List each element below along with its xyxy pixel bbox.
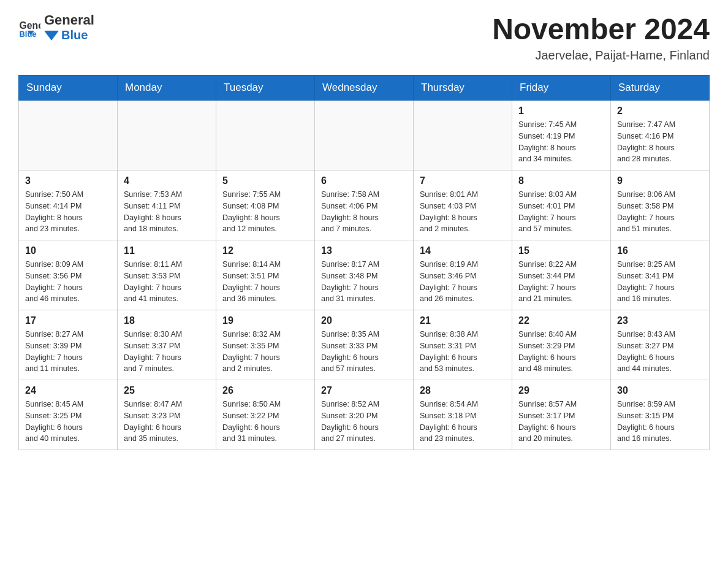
calendar-cell: 1Sunrise: 7:45 AM Sunset: 4:19 PM Daylig…: [512, 101, 611, 170]
calendar-table: SundayMondayTuesdayWednesdayThursdayFrid…: [18, 75, 710, 450]
day-number: 29: [518, 385, 604, 396]
calendar-cell: 10Sunrise: 8:09 AM Sunset: 3:56 PM Dayli…: [19, 240, 118, 310]
month-year-title: November 2024: [492, 12, 710, 46]
day-info: Sunrise: 8:27 AM Sunset: 3:39 PM Dayligh…: [25, 329, 111, 375]
day-info: Sunrise: 8:25 AM Sunset: 3:41 PM Dayligh…: [617, 259, 703, 305]
day-info: Sunrise: 8:32 AM Sunset: 3:35 PM Dayligh…: [222, 329, 308, 375]
calendar-cell: 13Sunrise: 8:17 AM Sunset: 3:48 PM Dayli…: [315, 240, 414, 310]
day-number: 19: [222, 315, 308, 326]
day-number: 10: [25, 245, 111, 256]
day-header-wednesday: Wednesday: [315, 75, 414, 101]
day-info: Sunrise: 7:55 AM Sunset: 4:08 PM Dayligh…: [222, 189, 308, 235]
calendar-cell: 25Sunrise: 8:47 AM Sunset: 3:23 PM Dayli…: [118, 380, 216, 450]
day-number: 9: [617, 175, 703, 186]
day-number: 5: [222, 175, 308, 186]
day-info: Sunrise: 8:54 AM Sunset: 3:18 PM Dayligh…: [420, 399, 506, 445]
day-info: Sunrise: 8:57 AM Sunset: 3:17 PM Dayligh…: [518, 399, 604, 445]
day-info: Sunrise: 8:06 AM Sunset: 3:58 PM Dayligh…: [617, 189, 703, 235]
calendar-cell: 12Sunrise: 8:14 AM Sunset: 3:51 PM Dayli…: [216, 240, 315, 310]
calendar-cell: 8Sunrise: 8:03 AM Sunset: 4:01 PM Daylig…: [512, 170, 611, 240]
day-number: 11: [124, 245, 210, 256]
day-number: 25: [124, 385, 210, 396]
day-number: 6: [321, 175, 407, 186]
day-number: 30: [617, 385, 703, 396]
title-area: November 2024 Jaervelae, Paijat-Hame, Fi…: [492, 12, 710, 63]
logo: General Blue General Blue: [18, 12, 94, 42]
day-info: Sunrise: 8:47 AM Sunset: 3:23 PM Dayligh…: [124, 399, 210, 445]
day-info: Sunrise: 8:35 AM Sunset: 3:33 PM Dayligh…: [321, 329, 407, 375]
day-number: 17: [25, 315, 111, 326]
week-row-2: 3Sunrise: 7:50 AM Sunset: 4:14 PM Daylig…: [19, 170, 710, 240]
calendar-cell: 27Sunrise: 8:52 AM Sunset: 3:20 PM Dayli…: [315, 380, 414, 450]
day-info: Sunrise: 7:47 AM Sunset: 4:16 PM Dayligh…: [617, 119, 703, 165]
calendar-cell: 15Sunrise: 8:22 AM Sunset: 3:44 PM Dayli…: [512, 240, 611, 310]
week-row-1: 1Sunrise: 7:45 AM Sunset: 4:19 PM Daylig…: [19, 101, 710, 170]
day-info: Sunrise: 8:43 AM Sunset: 3:27 PM Dayligh…: [617, 329, 703, 375]
calendar-cell: 6Sunrise: 7:58 AM Sunset: 4:06 PM Daylig…: [315, 170, 414, 240]
calendar-cell: 26Sunrise: 8:50 AM Sunset: 3:22 PM Dayli…: [216, 380, 315, 450]
day-info: Sunrise: 7:45 AM Sunset: 4:19 PM Dayligh…: [518, 119, 604, 165]
day-number: 28: [420, 385, 506, 396]
calendar-cell: 9Sunrise: 8:06 AM Sunset: 3:58 PM Daylig…: [611, 170, 710, 240]
calendar-cell: 16Sunrise: 8:25 AM Sunset: 3:41 PM Dayli…: [611, 240, 710, 310]
day-info: Sunrise: 8:38 AM Sunset: 3:31 PM Dayligh…: [420, 329, 506, 375]
calendar-cell: 5Sunrise: 7:55 AM Sunset: 4:08 PM Daylig…: [216, 170, 315, 240]
calendar-cell: [118, 101, 216, 170]
calendar-cell: [19, 101, 118, 170]
logo-triangle-icon: [44, 31, 59, 40]
day-number: 24: [25, 385, 111, 396]
calendar-cell: 28Sunrise: 8:54 AM Sunset: 3:18 PM Dayli…: [414, 380, 512, 450]
day-number: 7: [420, 175, 506, 186]
logo-icon: General Blue: [18, 17, 40, 39]
day-number: 15: [518, 245, 604, 256]
day-info: Sunrise: 7:53 AM Sunset: 4:11 PM Dayligh…: [124, 189, 210, 235]
calendar-cell: 7Sunrise: 8:01 AM Sunset: 4:03 PM Daylig…: [414, 170, 512, 240]
week-row-4: 17Sunrise: 8:27 AM Sunset: 3:39 PM Dayli…: [19, 310, 710, 380]
day-number: 2: [617, 105, 703, 117]
day-number: 14: [420, 245, 506, 256]
day-info: Sunrise: 8:17 AM Sunset: 3:48 PM Dayligh…: [321, 259, 407, 305]
calendar-cell: 3Sunrise: 7:50 AM Sunset: 4:14 PM Daylig…: [19, 170, 118, 240]
day-info: Sunrise: 8:45 AM Sunset: 3:25 PM Dayligh…: [25, 399, 111, 445]
location-subtitle: Jaervelae, Paijat-Hame, Finland: [492, 48, 710, 63]
day-number: 26: [222, 385, 308, 396]
day-info: Sunrise: 7:58 AM Sunset: 4:06 PM Dayligh…: [321, 189, 407, 235]
day-info: Sunrise: 8:11 AM Sunset: 3:53 PM Dayligh…: [124, 259, 210, 305]
day-info: Sunrise: 8:01 AM Sunset: 4:03 PM Dayligh…: [420, 189, 506, 235]
calendar-cell: 20Sunrise: 8:35 AM Sunset: 3:33 PM Dayli…: [315, 310, 414, 380]
day-number: 8: [518, 175, 604, 186]
day-number: 4: [124, 175, 210, 186]
calendar-cell: [216, 101, 315, 170]
calendar-cell: 23Sunrise: 8:43 AM Sunset: 3:27 PM Dayli…: [611, 310, 710, 380]
day-info: Sunrise: 8:59 AM Sunset: 3:15 PM Dayligh…: [617, 399, 703, 445]
day-info: Sunrise: 8:52 AM Sunset: 3:20 PM Dayligh…: [321, 399, 407, 445]
calendar-cell: 29Sunrise: 8:57 AM Sunset: 3:17 PM Dayli…: [512, 380, 611, 450]
day-header-saturday: Saturday: [611, 75, 710, 101]
day-number: 12: [222, 245, 308, 256]
svg-marker-3: [44, 31, 59, 40]
day-info: Sunrise: 8:22 AM Sunset: 3:44 PM Dayligh…: [518, 259, 604, 305]
day-number: 3: [25, 175, 111, 186]
calendar-cell: 4Sunrise: 7:53 AM Sunset: 4:11 PM Daylig…: [118, 170, 216, 240]
calendar-cell: 11Sunrise: 8:11 AM Sunset: 3:53 PM Dayli…: [118, 240, 216, 310]
day-header-thursday: Thursday: [414, 75, 512, 101]
calendar-cell: 2Sunrise: 7:47 AM Sunset: 4:16 PM Daylig…: [611, 101, 710, 170]
logo-blue: Blue: [61, 28, 88, 42]
day-number: 20: [321, 315, 407, 326]
day-number: 13: [321, 245, 407, 256]
calendar-cell: 30Sunrise: 8:59 AM Sunset: 3:15 PM Dayli…: [611, 380, 710, 450]
day-header-sunday: Sunday: [19, 75, 118, 101]
day-number: 23: [617, 315, 703, 326]
calendar-cell: [315, 101, 414, 170]
day-info: Sunrise: 7:50 AM Sunset: 4:14 PM Dayligh…: [25, 189, 111, 235]
week-row-5: 24Sunrise: 8:45 AM Sunset: 3:25 PM Dayli…: [19, 380, 710, 450]
svg-text:Blue: Blue: [19, 29, 36, 39]
day-info: Sunrise: 8:03 AM Sunset: 4:01 PM Dayligh…: [518, 189, 604, 235]
calendar-cell: [414, 101, 512, 170]
day-info: Sunrise: 8:14 AM Sunset: 3:51 PM Dayligh…: [222, 259, 308, 305]
calendar-cell: 24Sunrise: 8:45 AM Sunset: 3:25 PM Dayli…: [19, 380, 118, 450]
calendar-cell: 18Sunrise: 8:30 AM Sunset: 3:37 PM Dayli…: [118, 310, 216, 380]
day-number: 21: [420, 315, 506, 326]
day-number: 27: [321, 385, 407, 396]
day-header-monday: Monday: [118, 75, 216, 101]
